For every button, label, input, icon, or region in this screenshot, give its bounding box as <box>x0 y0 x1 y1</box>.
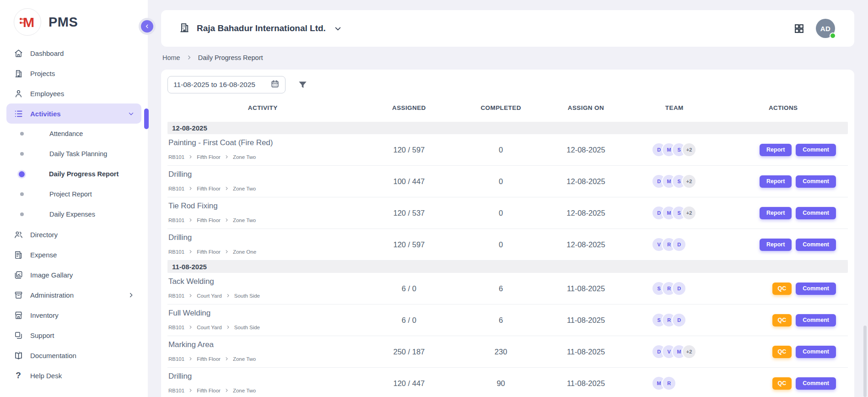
sidebar-item-label: Projects <box>30 70 55 77</box>
comment-button[interactable]: Comment <box>796 314 836 326</box>
path-chevron-icon <box>225 218 229 223</box>
path-segment: Zone One <box>233 249 256 255</box>
col-completed: COMPLETED <box>460 104 541 111</box>
breadcrumb-home-link[interactable]: Home <box>162 54 180 61</box>
path-segment: Fifth Floor <box>197 186 221 191</box>
active-section-indicator <box>144 109 149 129</box>
team-more-badge[interactable]: +2 <box>682 344 696 359</box>
team-member-avatar[interactable]: D <box>672 281 686 296</box>
path-chevron-icon <box>189 388 193 393</box>
question-icon: ? <box>13 370 23 381</box>
path-chevron-icon <box>226 325 230 330</box>
actions-cell: ReportComment <box>718 207 848 219</box>
sidebar-item-label: Employees <box>30 90 64 98</box>
col-assign-on: ASSIGN ON <box>542 104 630 111</box>
report-button[interactable]: Report <box>760 207 792 219</box>
path-segment: South Side <box>234 293 260 299</box>
completed-cell: 0 <box>460 209 541 218</box>
company-selector[interactable]: Raja Bahadur International Ltd. <box>178 22 342 35</box>
actions-cell: ReportComment <box>718 144 848 156</box>
team-member-avatar[interactable]: D <box>672 237 686 252</box>
activity-title: Drilling <box>168 170 358 179</box>
apps-grid-icon[interactable] <box>793 23 805 34</box>
team-more-badge[interactable]: +2 <box>682 142 696 157</box>
activity-cell: Marking AreaRB101Fifth FloorZone Two <box>167 336 358 367</box>
actions-cell: QCComment <box>718 346 848 358</box>
receipt-icon <box>13 250 23 260</box>
qc-button[interactable]: QC <box>772 314 792 326</box>
bullet-dot-icon <box>20 212 24 216</box>
sidebar-subitem-daily-progress-report[interactable]: Daily Progress Report <box>0 164 148 184</box>
comment-button[interactable]: Comment <box>796 207 836 219</box>
sidebar-item-dashboard[interactable]: Dashboard <box>6 43 141 63</box>
date-range-input[interactable]: 11-08-2025 to 16-08-2025 <box>167 76 286 93</box>
sidebar-subitem-daily-expenses[interactable]: Daily Expenses <box>0 204 148 224</box>
sidebar-subitem-daily-task-planning[interactable]: Daily Task Planning <box>0 144 148 164</box>
path-chevron-icon <box>189 154 193 160</box>
activity-title: Full Welding <box>168 309 358 318</box>
report-button[interactable]: Report <box>760 239 792 251</box>
qc-button[interactable]: QC <box>772 283 792 295</box>
sidebar-item-projects[interactable]: Projects <box>6 63 141 83</box>
top-header-card: Raja Bahadur International Ltd. AD <box>161 10 854 47</box>
team-member-avatar[interactable]: R <box>662 376 676 391</box>
sidebar-item-help-desk[interactable]: ?Help Desk <box>6 365 141 386</box>
path-chevron-icon <box>225 388 229 393</box>
report-button[interactable]: Report <box>760 175 792 188</box>
activity-location-path: RB101Court YardSouth Side <box>168 293 358 299</box>
actions-cell: QCComment <box>718 283 848 295</box>
sidebar-subitem-project-report[interactable]: Project Report <box>0 184 148 204</box>
team-cell: MR <box>630 376 718 391</box>
team-more-badge[interactable]: +2 <box>682 174 696 189</box>
comment-button[interactable]: Comment <box>796 377 836 390</box>
sidebar-item-image-gallary[interactable]: Image Gallary <box>6 265 141 285</box>
sidebar-subitem-label: Daily Progress Report <box>49 170 119 178</box>
comment-button[interactable]: Comment <box>796 239 836 251</box>
group-date: 12-08-2025 <box>172 124 207 132</box>
comment-button[interactable]: Comment <box>796 175 836 188</box>
path-chevron-icon <box>189 249 193 255</box>
company-name: Raja Bahadur International Ltd. <box>197 23 326 33</box>
sidebar-item-directory[interactable]: Directory <box>6 224 141 245</box>
assigned-cell: 100 / 447 <box>358 177 460 186</box>
path-segment: Zone Two <box>233 186 256 191</box>
sidebar-collapse-button[interactable] <box>141 20 153 33</box>
path-segment: RB101 <box>168 249 184 255</box>
bullet-dot-icon <box>20 132 24 136</box>
header-actions: AD <box>793 19 835 38</box>
comment-button[interactable]: Comment <box>796 346 836 358</box>
report-button[interactable]: Report <box>760 144 792 156</box>
table-row: Full WeldingRB101Court YardSouth Side6 /… <box>167 305 848 336</box>
comment-button[interactable]: Comment <box>796 144 836 156</box>
sidebar-item-support[interactable]: Support <box>6 325 141 345</box>
person-icon <box>13 88 23 98</box>
sidebar-item-employees[interactable]: Employees <box>6 83 141 103</box>
sidebar-item-expense[interactable]: Expense <box>6 245 141 265</box>
activity-title: Tie Rod Fixing <box>168 201 358 211</box>
team-more-badge[interactable]: +2 <box>682 206 696 220</box>
bullet-dot-icon <box>20 152 24 156</box>
completed-cell: 6 <box>460 316 541 325</box>
assign-on-cell: 11-08-2025 <box>542 379 630 388</box>
user-avatar[interactable]: AD <box>816 19 835 38</box>
sidebar-item-activities[interactable]: Activities <box>6 103 141 124</box>
actions-cell: ReportComment <box>718 175 848 188</box>
sidebar-item-inventory[interactable]: Inventory <box>6 305 141 325</box>
sidebar-nav: DashboardProjectsEmployeesActivitiesAtte… <box>0 43 148 386</box>
team-member-avatar[interactable]: D <box>672 313 686 327</box>
team-cell: SRD <box>630 281 718 296</box>
completed-cell: 6 <box>460 284 541 293</box>
table-row: Marking AreaRB101Fifth FloorZone Two250 … <box>167 336 848 368</box>
sidebar-item-documentation[interactable]: Documentation <box>6 345 141 365</box>
team-cell: DMS+2 <box>630 206 718 220</box>
filter-funnel-icon[interactable] <box>297 80 308 90</box>
comment-button[interactable]: Comment <box>796 283 836 295</box>
sidebar-subitem-attendance[interactable]: Attendance <box>0 124 148 144</box>
activity-cell: Painting - First Coat (Fire Red)RB101Fif… <box>167 134 358 165</box>
qc-button[interactable]: QC <box>772 346 792 358</box>
qc-button[interactable]: QC <box>772 377 792 390</box>
sidebar-item-administration[interactable]: Administration <box>6 285 141 305</box>
scrollbar-thumb[interactable] <box>863 326 867 397</box>
table-row: DrillingRB101Fifth FloorZone Two120 / 44… <box>167 368 848 397</box>
activity-title: Drilling <box>168 233 358 242</box>
